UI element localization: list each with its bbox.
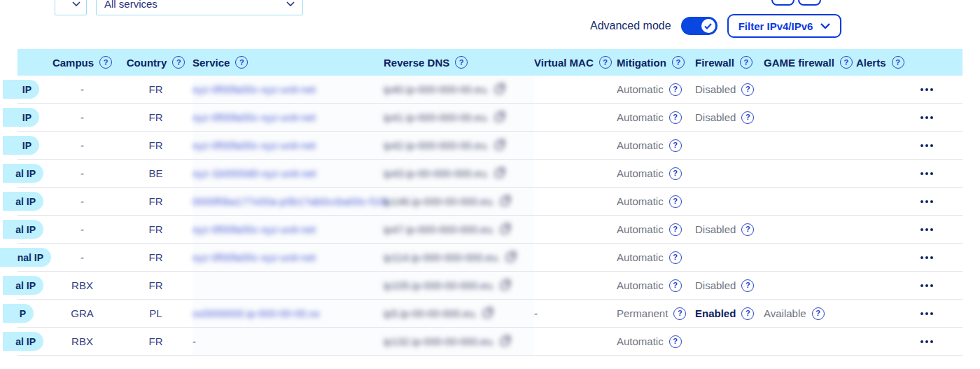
firewall-value: Enabled	[695, 307, 736, 319]
reverse-dns-cell: ip105.ip-000-00-000.eu.	[384, 272, 534, 299]
service-link-redacted[interactable]: xx0000000.ip-000-00-00.xx	[192, 307, 320, 319]
row-actions-button[interactable]	[918, 224, 936, 235]
campus-cell: RBX	[46, 272, 119, 299]
help-icon[interactable]: ?	[741, 223, 754, 236]
edit-icon[interactable]	[483, 307, 493, 320]
service-link-redacted[interactable]: xyz-1b0000d0-xyz-unit-net	[192, 167, 316, 179]
row-actions-button[interactable]	[918, 140, 936, 151]
help-icon[interactable]: ?	[455, 56, 468, 69]
edit-icon[interactable]	[500, 279, 511, 292]
help-icon[interactable]: ?	[741, 111, 754, 124]
advanced-mode-toggle[interactable]	[681, 17, 718, 35]
help-icon[interactable]: ?	[172, 56, 185, 69]
ip-type-badge[interactable]: al IP	[3, 332, 43, 351]
chevron-down-icon	[820, 23, 830, 29]
help-icon[interactable]: ?	[669, 335, 682, 348]
reverse-dns-redacted: ip5.ip-00-00-000.eu.	[384, 307, 477, 319]
ip-type-badge[interactable]: al IP	[3, 164, 43, 183]
row-actions-button[interactable]	[918, 280, 936, 291]
edit-icon[interactable]	[500, 335, 511, 348]
virtual-mac-cell	[534, 272, 617, 299]
help-icon[interactable]: ?	[741, 307, 754, 320]
help-icon[interactable]: ?	[669, 167, 682, 180]
country-cell: FR	[119, 328, 192, 355]
campus-cell: -	[46, 216, 119, 243]
toolbar-icon-button-1[interactable]	[771, 0, 794, 6]
help-icon[interactable]: ?	[669, 139, 682, 152]
reverse-dns-cell: ip43.ip-00-000-000.eu.	[384, 160, 534, 187]
help-icon[interactable]: ?	[892, 56, 904, 69]
ip-badge-cell: al IP	[18, 188, 46, 215]
table-row: nal IP-FRxyz-0f00fa00c-xyz-unit-netip114…	[18, 244, 962, 272]
service-link-redacted[interactable]: xyz-0f00fa00c-xyz-unit-net	[192, 223, 316, 235]
ip-type-badge[interactable]: al IP	[3, 192, 43, 211]
help-icon[interactable]: ?	[741, 83, 754, 96]
edit-icon[interactable]	[500, 223, 511, 236]
help-icon[interactable]: ?	[599, 56, 612, 69]
ip-type-badge[interactable]: IP	[3, 108, 39, 127]
row-actions-button[interactable]	[918, 196, 936, 207]
left-filter-select[interactable]	[55, 0, 87, 15]
ip-type-badge[interactable]: IP	[3, 136, 39, 155]
row-actions-button[interactable]	[918, 168, 936, 179]
help-icon[interactable]: ?	[669, 195, 682, 208]
reverse-dns-redacted: ip132.ip-000-00-000.eu.	[384, 335, 495, 347]
ip-type-badge[interactable]: al IP	[3, 276, 43, 295]
help-icon[interactable]: ?	[669, 111, 682, 124]
ip-type-badge[interactable]: IP	[3, 80, 39, 99]
column-header-text: Service	[192, 57, 230, 69]
column-header-alerts: Alerts?	[856, 49, 918, 76]
row-actions-button[interactable]	[918, 84, 936, 95]
service-link-redacted[interactable]: xyz-0f00fa00c-xyz-unit-net	[192, 139, 316, 151]
help-icon[interactable]: ?	[99, 56, 112, 69]
help-icon[interactable]: ?	[672, 56, 685, 69]
row-actions-button[interactable]	[918, 308, 936, 319]
firewall-value: Disabled	[695, 83, 736, 95]
edit-icon[interactable]	[495, 139, 505, 152]
help-icon[interactable]: ?	[669, 251, 682, 264]
edit-icon[interactable]	[495, 167, 505, 180]
row-actions-button[interactable]	[918, 112, 936, 123]
help-icon[interactable]: ?	[669, 83, 682, 96]
game-firewall-cell: Available?	[764, 300, 856, 327]
edit-icon[interactable]	[495, 83, 505, 96]
row-actions-button[interactable]	[918, 336, 936, 347]
help-icon[interactable]: ?	[235, 56, 248, 69]
service-link-redacted[interactable]: 0000f0ba177x00a-p0b17ab0ccba00c-f10t	[192, 195, 387, 207]
service-cell: xyz-0f00fa00c-xyz-unit-net	[192, 132, 384, 159]
ip-type-badge[interactable]: al IP	[3, 220, 43, 239]
toolbar-icon-button-2[interactable]	[798, 0, 821, 6]
service-link-redacted[interactable]: xyz-0f00fa00c-xyz-unit-net	[192, 111, 316, 123]
help-icon[interactable]: ?	[669, 223, 682, 236]
help-icon[interactable]: ?	[812, 307, 825, 320]
ellipsis-icon	[920, 228, 933, 231]
all-services-select[interactable]: All services	[96, 0, 303, 15]
edit-icon[interactable]	[495, 111, 505, 124]
help-icon[interactable]: ?	[741, 279, 754, 292]
filter-ipv4-ipv6-button[interactable]: Filter IPv4/IPv6	[727, 14, 842, 38]
reverse-dns-redacted: ip42.ip-000-000-00.eu.	[384, 139, 489, 151]
service-link-redacted[interactable]: xyz-0f00fa00c-xyz-unit-net	[192, 83, 316, 95]
row-actions-button[interactable]	[918, 252, 936, 263]
column-header-text: Reverse DNS	[384, 57, 449, 69]
edit-icon[interactable]	[506, 251, 517, 264]
country-cell: FR	[119, 104, 192, 131]
game-firewall-value: Available	[764, 307, 806, 319]
toggle-knob	[701, 19, 715, 33]
ip-type-badge[interactable]: nal IP	[0, 248, 51, 267]
actions-cell	[918, 160, 962, 187]
help-icon[interactable]: ?	[740, 56, 752, 69]
firewall-cell: Disabled?	[695, 104, 764, 131]
mitigation-value: Automatic	[617, 195, 664, 207]
edit-icon[interactable]	[500, 195, 511, 208]
help-icon[interactable]: ?	[673, 307, 686, 320]
actions-cell	[918, 328, 962, 355]
help-icon[interactable]: ?	[669, 279, 682, 292]
alerts-cell	[856, 76, 918, 103]
service-link-redacted[interactable]: xyz-0f00fa00c-xyz-unit-net	[192, 251, 316, 263]
ip-type-badge[interactable]: P	[3, 304, 34, 323]
help-icon[interactable]: ?	[840, 56, 853, 69]
virtual-mac-cell	[534, 216, 617, 243]
ip-badge-cell: al IP	[18, 328, 46, 355]
virtual-mac-cell: -	[534, 300, 617, 327]
